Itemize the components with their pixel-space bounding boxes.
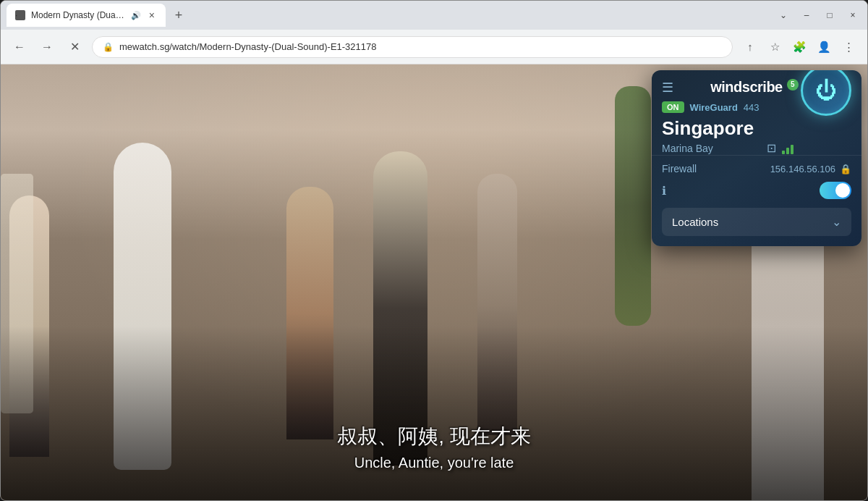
back-button[interactable]: ← (9, 37, 30, 57)
ws-monitor-icon: ⊡ (767, 141, 776, 155)
ws-server-row: Marina Bay ⊡ (662, 141, 793, 155)
content-area: 叔叔、阿姨, 现在才来 Uncle, Auntie, you're late ☰… (1, 64, 867, 500)
lock-icon: 🔒 (103, 42, 114, 52)
ws-ip-row: 156.146.56.106 🔒 (770, 164, 851, 174)
ws-bar-2 (786, 148, 789, 154)
ws-main-content: ON WireGuard 443 Singapore Marina Bay ⊡ (652, 101, 861, 155)
url-text: mewatch.sg/watch/Modern-Dynasty-(Dual-So… (119, 41, 722, 52)
ws-firewall-row: Firewall 156.146.56.106 🔒 (652, 155, 861, 179)
ws-on-badge: ON (662, 101, 684, 113)
ws-power-button[interactable]: ⏻ (801, 70, 851, 116)
new-tab-button[interactable]: + (169, 5, 189, 25)
forward-button[interactable]: → (37, 37, 57, 57)
close-button[interactable]: × (844, 7, 861, 24)
extensions-button[interactable]: 🧩 (789, 37, 809, 57)
chevron-down-button[interactable]: ⌄ (775, 7, 792, 24)
menu-button[interactable]: ⋮ (838, 37, 859, 57)
ws-protocol: WireGuard (690, 102, 738, 113)
subtitle-english: Uncle, Auntie, you're late (1, 455, 867, 471)
ws-notification-badge: 5 (787, 79, 799, 90)
ws-signal-bars (782, 143, 793, 154)
ws-info-toggle-row: ℹ (652, 179, 861, 205)
share-button[interactable]: ↑ (740, 37, 760, 57)
title-bar: · Modern Dynasty (Dual Soun… 🔊 × + ⌄ – □… (1, 1, 867, 30)
minimize-button[interactable]: – (798, 7, 815, 24)
ws-port: 443 (744, 102, 760, 113)
maximize-button[interactable]: □ (821, 7, 838, 24)
ws-info-icon[interactable]: ℹ (662, 184, 666, 198)
reload-button[interactable]: ✕ (64, 37, 85, 57)
ws-location-row: Singapore (662, 117, 793, 140)
ws-server-icons: ⊡ (767, 141, 793, 155)
tab-strip: · Modern Dynasty (Dual Soun… 🔊 × + (7, 1, 769, 30)
ws-chevron-icon: ⌄ (832, 215, 841, 229)
ws-toggle[interactable] (820, 182, 851, 199)
ws-bar-3 (791, 145, 793, 154)
ws-city: Singapore (662, 117, 754, 140)
address-actions: ↑ ☆ 🧩 👤 ⋮ (740, 37, 859, 57)
ws-ip: 156.146.56.106 (770, 164, 835, 174)
ws-bar-1 (782, 151, 785, 154)
ws-toggle-knob (835, 183, 850, 198)
ws-firewall-label: Firewall (662, 163, 697, 174)
ws-menu-icon[interactable]: ☰ (662, 80, 673, 96)
profile-button[interactable]: 👤 (814, 37, 834, 57)
active-tab[interactable]: · Modern Dynasty (Dual Soun… 🔊 × (7, 4, 166, 27)
ws-power-icon: ⏻ (815, 78, 837, 103)
ws-protocol-row: ON WireGuard 443 (662, 101, 793, 113)
subtitles: 叔叔、阿姨, 现在才来 Uncle, Auntie, you're late (1, 423, 867, 471)
video-dark-overlay (1, 326, 867, 500)
ws-locations-label: Locations (672, 216, 718, 228)
ws-server-name: Marina Bay (662, 143, 760, 154)
address-input[interactable]: 🔒 mewatch.sg/watch/Modern-Dynasty-(Dual-… (92, 36, 733, 58)
tab-mute-button[interactable]: 🔊 (131, 11, 141, 20)
windscribe-panel: ☰ windscribe 5 × ON WireGuard (652, 70, 861, 246)
ws-left-content: ON WireGuard 443 Singapore Marina Bay ⊡ (662, 101, 793, 155)
ws-logo-text: windscribe (710, 79, 782, 96)
tab-close-button[interactable]: × (147, 9, 157, 22)
ws-logo-area: windscribe 5 (710, 79, 798, 96)
ws-lock-icon: 🔒 (840, 164, 851, 174)
bookmark-button[interactable]: ☆ (765, 37, 785, 57)
tab-title: Modern Dynasty (Dual Soun… (31, 10, 125, 20)
browser-window: · Modern Dynasty (Dual Soun… 🔊 × + ⌄ – □… (0, 0, 868, 501)
subtitle-chinese: 叔叔、阿姨, 现在才来 (1, 423, 867, 450)
title-bar-controls: ⌄ – □ × (775, 7, 861, 24)
tab-favicon: · (15, 10, 25, 20)
address-bar: ← → ✕ 🔒 mewatch.sg/watch/Modern-Dynasty-… (1, 30, 867, 64)
ws-locations-button[interactable]: Locations ⌄ (662, 208, 851, 236)
